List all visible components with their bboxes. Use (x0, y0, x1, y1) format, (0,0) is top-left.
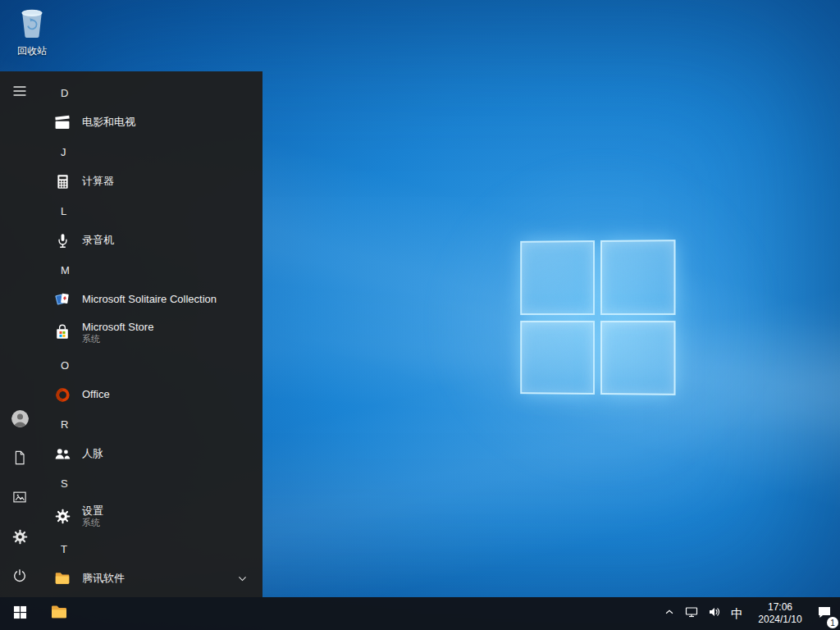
app-label: Microsoft Store (82, 321, 153, 334)
chevron-up-icon (664, 606, 675, 621)
app-item-microsoft-store[interactable]: Microsoft Store 系统 (39, 314, 262, 350)
windows-wallpaper-logo (520, 240, 675, 395)
windows-logo-icon (13, 605, 27, 623)
ime-label: 中 (731, 606, 743, 622)
gear-icon (11, 528, 29, 549)
letter-label: M (61, 264, 70, 276)
network-status-button[interactable] (680, 597, 703, 630)
letter-group-L[interactable]: L (39, 196, 262, 226)
volume-button[interactable] (703, 597, 726, 630)
calculator-icon (52, 171, 72, 191)
logo-pane (600, 240, 675, 314)
letter-group-J[interactable]: J (39, 137, 262, 167)
app-label: 人脉 (82, 447, 103, 460)
recycle-bin-label: 回收站 (17, 44, 47, 58)
letter-group-M[interactable]: M (39, 255, 262, 285)
tray-overflow-button[interactable] (659, 597, 680, 630)
app-item-tencent-folder[interactable]: 腾讯软件 (39, 564, 262, 593)
letter-label: R (61, 418, 68, 431)
pictures-button[interactable] (0, 479, 39, 518)
logo-pane (520, 240, 594, 315)
app-item-calculator[interactable]: 计算器 (39, 167, 262, 196)
volume-icon (708, 605, 721, 622)
recycle-bin-shortcut[interactable]: 回收站 (8, 7, 56, 58)
user-avatar-icon (10, 409, 30, 432)
start-menu-rail (0, 71, 39, 597)
store-icon (52, 322, 72, 342)
app-label: Microsoft Solitaire Collection (82, 293, 217, 306)
logo-pane (600, 321, 675, 395)
settings-button[interactable] (0, 518, 39, 558)
app-item-settings[interactable]: 设置 系统 (39, 498, 262, 534)
chevron-down-icon[interactable] (237, 573, 248, 584)
letter-label: O (61, 359, 69, 372)
hamburger-icon (11, 83, 28, 103)
file-explorer-button[interactable] (39, 597, 79, 630)
app-label: 腾讯软件 (82, 572, 125, 585)
letter-label: J (61, 146, 66, 158)
letter-group-O[interactable]: O (39, 350, 262, 380)
letter-label: D (61, 87, 68, 99)
voice-recorder-icon (52, 231, 72, 250)
start-menu: D 电影和电视 J 计算器 L 录音机 M (0, 71, 262, 597)
gear-icon (52, 506, 72, 526)
clock-date: 2024/1/10 (758, 614, 801, 626)
app-label: Office (82, 388, 110, 401)
app-item-people[interactable]: 人脉 (39, 439, 262, 468)
letter-label: L (61, 205, 66, 217)
app-label: 电影和电视 (82, 116, 135, 129)
power-button[interactable] (0, 558, 39, 597)
letter-group-T[interactable]: T (39, 534, 262, 564)
action-center-button[interactable]: 1 (812, 597, 837, 630)
app-item-voice-recorder[interactable]: 录音机 (39, 226, 262, 255)
clock[interactable]: 17:06 2024/1/10 (748, 597, 812, 630)
app-sublabel: 系统 (82, 518, 103, 528)
letter-label: T (61, 543, 67, 555)
recycle-bin-icon (17, 7, 47, 43)
notification-badge: 1 (827, 617, 838, 628)
folder-icon (52, 568, 72, 588)
network-icon (685, 605, 698, 622)
letter-group-R[interactable]: R (39, 409, 262, 439)
app-item-office[interactable]: Office (39, 380, 262, 409)
expand-menu-button[interactable] (0, 73, 39, 112)
power-icon (11, 568, 28, 587)
app-label: 计算器 (82, 175, 114, 188)
documents-button[interactable] (0, 440, 39, 479)
folder-icon (49, 602, 69, 625)
desktop: 回收站 (0, 0, 840, 630)
system-tray: 中 17:06 2024/1/10 1 (659, 597, 840, 630)
clock-time: 17:06 (768, 601, 792, 614)
ime-indicator[interactable]: 中 (726, 597, 748, 630)
letter-group-S[interactable]: S (39, 468, 262, 498)
app-label: 录音机 (82, 234, 114, 247)
app-item-movies-tv[interactable]: 电影和电视 (39, 107, 262, 137)
app-item-solitaire[interactable]: Microsoft Solitaire Collection (39, 285, 262, 314)
letter-label: S (61, 477, 68, 490)
account-button[interactable] (0, 400, 39, 440)
movies-tv-icon (52, 112, 72, 132)
start-button[interactable] (0, 597, 39, 630)
taskbar: 中 17:06 2024/1/10 1 (0, 597, 840, 630)
office-icon (52, 385, 72, 404)
people-icon (52, 444, 72, 463)
app-list: D 电影和电视 J 计算器 L 录音机 M (39, 71, 262, 597)
solitaire-icon (52, 290, 72, 309)
app-label: 设置 (82, 504, 103, 518)
logo-pane (520, 320, 594, 395)
app-sublabel: 系统 (82, 334, 153, 345)
document-icon (11, 450, 28, 469)
letter-group-D[interactable]: D (39, 78, 262, 107)
pictures-icon (11, 489, 28, 509)
